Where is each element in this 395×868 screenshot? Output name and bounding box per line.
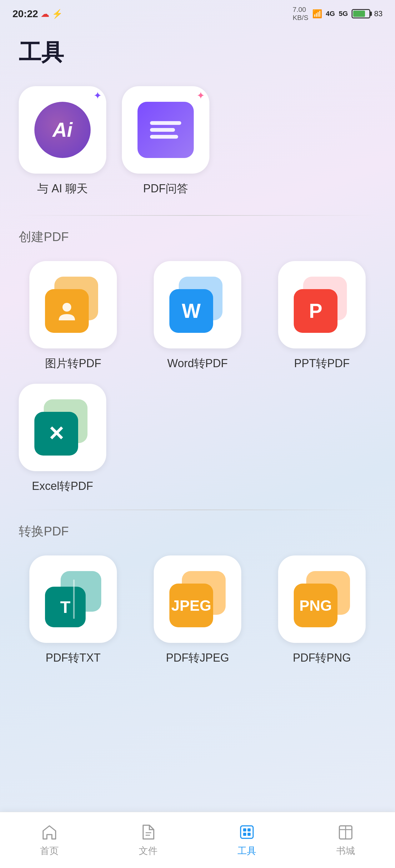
convert-pdf-grid: T PDF转TXT JPEG: [19, 555, 376, 666]
pdf-txt-tool[interactable]: T PDF转TXT: [19, 555, 128, 666]
convert-pdf-title: 转换PDF: [19, 523, 376, 540]
status-icons: 7.00KB/S 📶 4G 5G 83: [292, 6, 383, 22]
create-pdf-grid: 图片转PDF W Word转PDF: [19, 261, 376, 371]
ai-chat-icon: Ai: [34, 102, 91, 158]
nav-tools-label: 工具: [237, 845, 256, 857]
ai-text: Ai: [53, 118, 73, 142]
nav-home[interactable]: 首页: [31, 819, 68, 861]
nav-bookstore[interactable]: 书城: [327, 819, 364, 861]
ppt-pdf-icon-wrapper: P: [278, 261, 366, 348]
word-pdf-icon-wrapper: W: [154, 261, 241, 348]
img-icon-svg: [54, 299, 79, 323]
svg-rect-6: [243, 833, 246, 836]
word-pdf-icon: W: [169, 277, 226, 333]
ppt-letter: P: [309, 300, 322, 322]
lightning-icon: ⚡: [52, 9, 63, 19]
word-pdf-front: W: [169, 289, 213, 333]
word-letter: W: [182, 300, 201, 322]
bookstore-icon: [336, 823, 355, 841]
img-pdf-icon: [45, 277, 101, 333]
sparkle-pink-icon: ✦: [197, 91, 205, 100]
jpeg-text: JPEG: [171, 597, 211, 614]
cloud-icon: ☁: [40, 9, 49, 19]
png-text: PNG: [300, 597, 332, 614]
nav-tools[interactable]: 工具: [228, 819, 265, 861]
divider-2: [19, 509, 376, 510]
ai-chat-tool[interactable]: Ai ✦ 与 AI 聊天: [19, 86, 106, 196]
battery-icon: [351, 9, 370, 19]
txt-icon: T: [45, 571, 101, 627]
pdf-jpeg-icon-wrapper: JPEG: [154, 555, 241, 643]
excel-pdf-tool[interactable]: ✕ Excel转PDF: [19, 384, 106, 494]
wifi-icon: 📶: [312, 9, 322, 19]
create-pdf-row2: ✕ Excel转PDF: [19, 384, 376, 494]
pdf-qa-icon: [138, 102, 194, 158]
pdf-qa-tool[interactable]: ✦ PDF问答: [122, 86, 209, 196]
pdf-qa-label: PDF问答: [143, 181, 188, 196]
pdf-png-tool[interactable]: PNG PDF转PNG: [267, 555, 376, 666]
pdf-txt-icon-wrapper: T: [29, 555, 117, 643]
word-pdf-label: Word转PDF: [167, 356, 227, 371]
signal-4g-icon: 4G: [326, 10, 335, 18]
divider-1: [19, 215, 376, 216]
pdf-txt-label: PDF转TXT: [46, 650, 101, 666]
img-pdf-front: [45, 289, 89, 333]
signal-5g-icon: 5G: [339, 10, 348, 18]
nav-bookstore-label: 书城: [336, 845, 355, 857]
nav-home-label: 首页: [40, 845, 59, 857]
txt-letter: T: [60, 597, 70, 617]
pdf-qa-lines: [150, 121, 181, 138]
create-pdf-section: 创建PDF 图片转PDF: [19, 228, 376, 494]
nav-files[interactable]: 文件: [130, 819, 167, 861]
txt-divider: [73, 580, 75, 619]
svg-point-0: [62, 303, 71, 312]
nav-files-label: 文件: [139, 845, 158, 857]
jpeg-icon: JPEG: [169, 571, 226, 627]
ai-chat-icon-wrapper: Ai ✦: [19, 86, 106, 174]
svg-rect-5: [248, 828, 251, 832]
file-icon: [139, 823, 158, 841]
ai-section: Ai ✦ 与 AI 聊天 ✦ PDF问答: [19, 86, 376, 196]
pdf-qa-icon-wrapper: ✦: [122, 86, 209, 174]
img-pdf-tool[interactable]: 图片转PDF: [19, 261, 128, 371]
img-pdf-icon-wrapper: [29, 261, 117, 348]
ppt-pdf-label: PPT转PDF: [294, 356, 350, 371]
svg-rect-3: [241, 826, 253, 838]
ppt-pdf-tool[interactable]: P PPT转PDF: [267, 261, 376, 371]
bottom-nav: 首页 文件 工具 书城: [0, 812, 395, 868]
svg-rect-4: [243, 828, 246, 832]
svg-rect-7: [248, 833, 251, 836]
excel-pdf-label: Excel转PDF: [32, 479, 93, 494]
word-pdf-tool[interactable]: W Word转PDF: [143, 261, 252, 371]
convert-pdf-section: 转换PDF T PDF转TXT: [19, 523, 376, 666]
pdf-jpeg-label: PDF转JPEG: [166, 650, 229, 666]
ai-chat-label: 与 AI 聊天: [37, 181, 88, 196]
battery-fill: [353, 11, 365, 17]
png-front: PNG: [294, 584, 338, 627]
status-bar: 20:22 ☁ ⚡ 7.00KB/S 📶 4G 5G 83: [0, 0, 395, 25]
main-content: 工具 Ai ✦ 与 AI 聊天: [0, 25, 395, 666]
status-time: 20:22: [12, 8, 38, 20]
sparkle-icon: ✦: [93, 91, 102, 100]
speed-text: 7.00KB/S: [292, 6, 308, 22]
pdf-jpeg-tool[interactable]: JPEG PDF转JPEG: [143, 555, 252, 666]
excel-pdf-front: ✕: [34, 412, 78, 456]
pdf-png-icon-wrapper: PNG: [278, 555, 366, 643]
battery-percent: 83: [374, 9, 383, 18]
txt-front: T: [45, 587, 86, 627]
tools-icon: [237, 823, 256, 841]
img-pdf-label: 图片转PDF: [45, 356, 101, 371]
home-icon: [40, 823, 59, 841]
png-icon: PNG: [294, 571, 350, 627]
excel-letter: ✕: [48, 422, 65, 445]
jpeg-front: JPEG: [169, 584, 213, 627]
create-pdf-title: 创建PDF: [19, 228, 376, 245]
pdf-png-label: PDF转PNG: [293, 650, 351, 666]
excel-pdf-icon-wrapper: ✕: [19, 384, 106, 471]
ppt-pdf-icon: P: [294, 277, 350, 333]
ppt-pdf-front: P: [294, 289, 338, 333]
page-title: 工具: [19, 37, 376, 67]
excel-pdf-icon: ✕: [34, 399, 91, 456]
